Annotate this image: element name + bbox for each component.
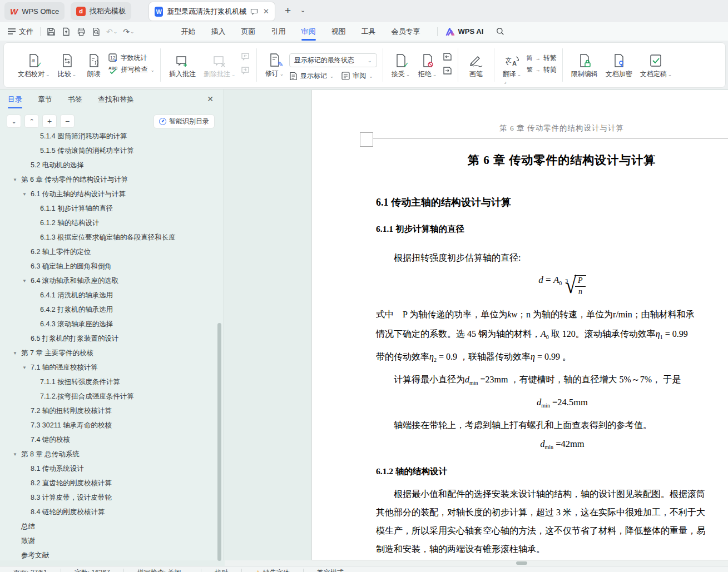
- ink-pen-button[interactable]: 画笔: [464, 50, 488, 80]
- tab-list-chevron-icon[interactable]: ⌄: [300, 7, 305, 14]
- sidebar-tab-书签[interactable]: 书签: [68, 89, 82, 110]
- tab-docer-templates[interactable]: d 找稻壳模板: [71, 2, 131, 20]
- smart-toc-button[interactable]: 智能识别目录: [153, 115, 215, 128]
- status-item[interactable]: 字数: 16367: [61, 566, 123, 572]
- tab-close-icon[interactable]: ✕: [263, 7, 269, 16]
- toc-item[interactable]: ▼6.1 传动主轴的结构设计与计算: [0, 187, 216, 201]
- toc-item[interactable]: 5.1.5 传动滚筒的消耗功率计算: [0, 143, 216, 158]
- toc-zoom-in-button[interactable]: +: [42, 115, 57, 128]
- toc-item[interactable]: 5.2 电动机的选择: [0, 158, 216, 172]
- doc-paragraph-line[interactable]: 式中 P 为轴传递的功率，单位为kw；n 为轴的转速，单位为r/min；由轴材料…: [376, 305, 728, 324]
- toc-item[interactable]: 7.4 键的校核: [0, 432, 216, 447]
- toc-item[interactable]: ▼第 6 章 传动零件的结构设计与计算: [0, 172, 216, 187]
- spell-check-button[interactable]: ABC 拼写检查⌄: [108, 65, 155, 74]
- doc-paragraph-line[interactable]: dmin =24.5mm: [376, 393, 728, 415]
- horizontal-scrollbar-thumb[interactable]: [516, 561, 527, 565]
- sidebar-scrollbar-thumb[interactable]: [217, 323, 221, 561]
- sidebar-close-icon[interactable]: ✕: [207, 94, 214, 103]
- search-icon[interactable]: [496, 27, 505, 36]
- toc-item[interactable]: 6.4.3 滚动轴承座的选择: [0, 317, 216, 331]
- toc-expand-triangle-icon[interactable]: ▼: [22, 278, 27, 283]
- status-item[interactable]: 拼写检查: 关闭⌄: [124, 566, 201, 572]
- toc-item[interactable]: 7.1.1 按扭转强度条件计算: [0, 375, 216, 389]
- doc-paragraph-line[interactable]: 轴端接在带轮上，考虑到轴上打有螺孔和上面查表得到的参考值。: [376, 415, 728, 435]
- toc-item[interactable]: 6.4.1 清洗机的轴承选用: [0, 288, 216, 302]
- toc-item[interactable]: 7.1.2.按弯扭合成强度条件计算: [0, 389, 216, 404]
- toc-item[interactable]: 6.2 轴上零件的定位: [0, 245, 216, 259]
- doc-paragraph-line[interactable]: 根据最小值和配件的选择安装来设计轴的结构，轴的设计图见装配图。根据滚筒: [376, 485, 728, 503]
- status-item[interactable]: 页面: 27/51: [0, 566, 61, 572]
- toc-expand-triangle-icon[interactable]: ▼: [22, 365, 27, 370]
- redo-button[interactable]: ↷⌄: [123, 27, 134, 36]
- sidebar-tab-目录[interactable]: 目录: [8, 89, 22, 110]
- status-item[interactable]: 校对: [201, 566, 241, 572]
- toc-item[interactable]: 6.1.1 初步计算轴的直径: [0, 201, 216, 216]
- toc-expand-triangle-icon[interactable]: ▼: [13, 351, 17, 356]
- menu-item-视图[interactable]: 视图: [324, 22, 354, 41]
- encrypt-document-button[interactable]: 文档加密: [603, 50, 635, 80]
- word-count-button[interactable]: 12 字数统计: [108, 53, 155, 63]
- tab-wps-office[interactable]: W WPS Office: [4, 2, 65, 20]
- to-simplified-button[interactable]: 繁 → 转简: [527, 65, 557, 74]
- finalize-document-button[interactable]: 文档定稿⌄: [637, 50, 675, 80]
- toc-item[interactable]: 8.1 传动系统设计: [0, 461, 216, 476]
- menu-item-审阅[interactable]: 审阅: [294, 22, 324, 41]
- doc-heading[interactable]: 6.1 传动主轴的结构设计与计算: [376, 196, 728, 209]
- toc-item[interactable]: 7.3 30211 轴承寿命的校核: [0, 418, 216, 432]
- toc-expand-triangle-icon[interactable]: ▼: [13, 177, 17, 182]
- doc-paragraph-line[interactable]: 计算得最小直径为dmin =23mm ，有键槽时，轴的直径增大 5%～7%， 于…: [376, 370, 728, 392]
- menu-item-页面[interactable]: 页面: [234, 22, 264, 41]
- menu-item-工具[interactable]: 工具: [354, 22, 384, 41]
- insert-comment-button[interactable]: 插入批注: [166, 50, 199, 80]
- toc-item[interactable]: ▼6.4 滚动轴承和轴承座的选取: [0, 273, 216, 288]
- toc-item[interactable]: 8.3 计算皮带，设计皮带轮: [0, 490, 216, 505]
- toc-item[interactable]: 6.1.2 轴的结构设计: [0, 216, 216, 230]
- status-item[interactable]: 兼容模式: [304, 566, 357, 572]
- reject-change-button[interactable]: 拒绝⌄: [415, 50, 440, 80]
- toc-item[interactable]: 总结: [0, 519, 216, 534]
- doc-paragraph-line[interactable]: 模生产，所以采用实心轴套空心轴的方法，这不仅节省了材料，降低整体的重量，易: [376, 521, 728, 540]
- toc-item[interactable]: 8.4 链轮的刚度校核计算: [0, 505, 216, 519]
- print-preview-icon[interactable]: [91, 27, 101, 36]
- document-page[interactable]: 第 6 章 传动零件的结构设计与计算 第 6 章 传动零件的结构设计与计算 6.…: [311, 90, 728, 560]
- doc-paragraph-line[interactable]: 情况下确定的系数。选 45 钢为轴的材料，A0 取 120。滚动轴承传动效率η1…: [376, 324, 728, 347]
- toc-zoom-out-button[interactable]: −: [60, 115, 75, 128]
- collaborate-bubble-icon[interactable]: [250, 8, 258, 15]
- wps-ai-button[interactable]: WPS AI: [445, 27, 484, 36]
- doc-heading[interactable]: 6.1.1 初步计算轴的直径: [376, 223, 728, 235]
- horizontal-scrollbar[interactable]: [225, 560, 728, 566]
- menu-item-会员专享[interactable]: 会员专享: [384, 22, 428, 41]
- read-aloud-button[interactable]: 朗读: [82, 50, 106, 80]
- menu-item-开始[interactable]: 开始: [174, 22, 204, 41]
- toc-item[interactable]: 致谢: [0, 534, 216, 548]
- accept-change-button[interactable]: ✓ 接受⌄: [389, 50, 413, 80]
- show-markup-button[interactable]: 显示标记⌄: [289, 71, 334, 81]
- doc-paragraph-line[interactable]: 制造和安装，轴的两端设有锥形滚柱轴承。: [376, 540, 728, 558]
- doc-paragraph-line[interactable]: 其他部分的装配，对轴长度的初步计算，超过 3 米，这在实际中很难加工，不利于大: [376, 503, 728, 521]
- toc-item[interactable]: ▼7.1 轴的强度校核计算: [0, 360, 216, 375]
- toc-item[interactable]: 7.2 轴的扭转刚度校核计算: [0, 404, 216, 418]
- toc-item[interactable]: 8.2 直齿轮的刚度校核计算: [0, 476, 216, 490]
- sidebar-tab-章节[interactable]: 章节: [38, 89, 52, 110]
- translate-button[interactable]: 文A 翻译⌄: [500, 50, 524, 80]
- doc-paragraph-line[interactable]: 带的传动效率η2 = 0.9 ，联轴器传动效率η = 0.99 。: [376, 347, 728, 370]
- toc-item[interactable]: 6.4.2 打浆机的轴承选用: [0, 302, 216, 317]
- restrict-editing-button[interactable]: 限制编辑: [568, 50, 601, 80]
- previous-change-icon[interactable]: [442, 52, 452, 61]
- to-traditional-button[interactable]: 简 → 转繁: [527, 53, 557, 63]
- compare-button[interactable]: 比较⌄: [55, 50, 80, 80]
- toc-expand-down-button[interactable]: ⌄: [7, 115, 21, 128]
- doc-formula[interactable]: d = A03√Pn: [376, 274, 728, 296]
- doc-paragraph-line[interactable]: dmin =42mm: [376, 435, 728, 457]
- toc-collapse-up-button[interactable]: ⌃: [24, 115, 39, 128]
- file-menu-button[interactable]: 文件: [0, 27, 40, 37]
- toc-item[interactable]: 6.3 确定轴上的圆角和倒角: [0, 259, 216, 273]
- next-change-icon[interactable]: [442, 66, 452, 75]
- toc-item[interactable]: ▼第 7 章 主要零件的校核: [0, 346, 216, 360]
- markup-state-select[interactable]: 显示标记的最终状态⌄: [289, 53, 377, 67]
- export-pdf-icon[interactable]: [61, 27, 71, 36]
- doc-paragraph-line[interactable]: 根据扭转强度初步估算轴的直径:: [376, 248, 728, 267]
- tab-document[interactable]: W 新型果蔬清洗打浆机机械结构 ✕: [148, 2, 275, 21]
- menu-item-插入[interactable]: 插入: [204, 22, 234, 41]
- toc-expand-triangle-icon[interactable]: ▼: [13, 452, 17, 457]
